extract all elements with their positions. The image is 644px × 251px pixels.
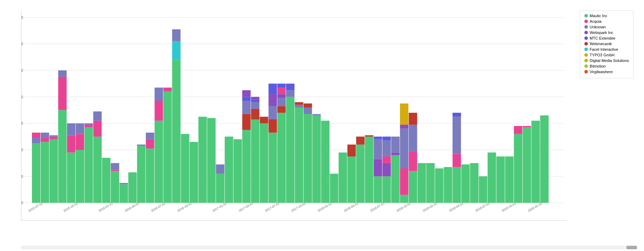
bar-segment (251, 102, 260, 109)
bar-segment (76, 134, 84, 150)
bar-segment (400, 104, 408, 125)
bar-segment (400, 168, 408, 195)
bar-segment (523, 126, 531, 127)
x-tick-label: 2019-07-01 (475, 202, 490, 213)
bar-segment (452, 167, 461, 203)
bar-segment (102, 158, 110, 203)
bar-segment (32, 143, 40, 203)
x-tick-label: 2017-07-01 (264, 202, 280, 213)
x-tick-label: 2019-10-01 (501, 202, 517, 213)
bar-segment (111, 163, 119, 170)
bar-segment (163, 88, 172, 91)
svg-text:140: 140 (21, 16, 23, 20)
x-tick-label: 2016-07-01 (150, 202, 166, 213)
bar-segment (452, 154, 461, 167)
bar-segment (365, 137, 373, 203)
bar-segment (374, 159, 382, 176)
bar-segment (234, 139, 242, 203)
bar-segment (269, 84, 277, 94)
bar-segment (286, 90, 295, 97)
legend-color-dot (584, 59, 588, 62)
bar-segment (444, 167, 452, 203)
scrollbar-thumb[interactable] (626, 246, 637, 249)
bar-segment (85, 123, 93, 125)
bar-segment (277, 113, 286, 203)
x-tick-label: 2016-04-01 (124, 202, 140, 213)
bar-segment (269, 119, 277, 133)
x-tick-label: 2017-04-01 (238, 202, 254, 213)
bar-segment (111, 170, 119, 171)
bar-segment (295, 105, 303, 107)
legend-color-dot (584, 25, 588, 29)
legend-label: Unknown (590, 25, 606, 29)
bar-segment (251, 119, 260, 203)
x-tick-label: 2018-04-01 (343, 202, 359, 213)
bar-segment (452, 113, 461, 117)
bar-segment (93, 111, 102, 120)
bar-segment (251, 97, 260, 100)
bar-segment (382, 163, 391, 176)
bar-segment (374, 139, 382, 159)
bar-segment (242, 101, 251, 114)
svg-text:100: 100 (21, 69, 23, 72)
bar-segment (382, 137, 391, 140)
bar-segment (155, 88, 163, 101)
svg-text:60: 60 (21, 121, 23, 125)
bar-segment (374, 176, 382, 203)
bar-segment (41, 133, 49, 138)
bar-segment (531, 121, 540, 203)
bar-segment (251, 109, 260, 119)
bar-segment (120, 183, 128, 184)
legend-item: Webmecanik (584, 42, 629, 46)
bar-segment (286, 97, 295, 203)
bar-segment (242, 90, 251, 97)
bar-segment (286, 84, 295, 90)
legend-item: Bitmotion (584, 64, 629, 68)
legend-label: Mautic Inc (590, 14, 607, 18)
chart-legend: Mautic IncAcquiaUnknownWebspark IncMTC E… (580, 11, 633, 78)
x-tick-label: 2015-07-01 (28, 202, 43, 213)
bar-segment (49, 135, 58, 137)
bar-segment (505, 156, 514, 203)
bar-segment (67, 123, 75, 135)
bar-segment (58, 77, 67, 110)
bar-segment (146, 133, 154, 139)
legend-label: Facet Interactive (590, 47, 618, 51)
bar-segment (382, 141, 391, 156)
bar-segment (400, 125, 408, 128)
legend-color-dot (584, 70, 588, 74)
bar-segment (303, 114, 312, 203)
bar-segment (356, 137, 364, 145)
bar-segment (260, 123, 268, 203)
bar-segment (58, 70, 67, 77)
bar-segment (321, 121, 329, 203)
bar-segment (58, 110, 67, 203)
scrollbar[interactable] (21, 246, 637, 249)
bar-segment (251, 99, 260, 102)
legend-item: Unknown (584, 25, 629, 29)
legend-label: MTC Extendee (590, 36, 615, 40)
bar-segment (312, 114, 321, 116)
legend-label: Bitmotion (590, 64, 606, 68)
bar-segment (540, 116, 549, 203)
bar-segment (172, 29, 181, 41)
bar-segment (277, 84, 286, 88)
x-tick-label: 2018-10-01 (396, 202, 411, 213)
bar-segment (41, 142, 49, 203)
bar-segment (155, 101, 163, 121)
legend-item: Webspark Inc (584, 30, 629, 35)
legend-label: Digital Media Solutions (590, 58, 629, 63)
bar-segment (426, 163, 435, 203)
bar-segment (523, 127, 531, 203)
bar-segment (409, 171, 417, 203)
bar-segment (365, 135, 373, 137)
bar-segment (225, 137, 233, 203)
legend-color-dot (584, 48, 588, 51)
legend-color-dot (584, 20, 588, 23)
bar-segment (356, 145, 364, 203)
x-tick-label: 2019-01-01 (422, 202, 438, 213)
bar-segment (470, 163, 478, 203)
bar-segment (76, 123, 84, 134)
bar-segment (514, 134, 522, 203)
bar-segment (76, 150, 84, 203)
